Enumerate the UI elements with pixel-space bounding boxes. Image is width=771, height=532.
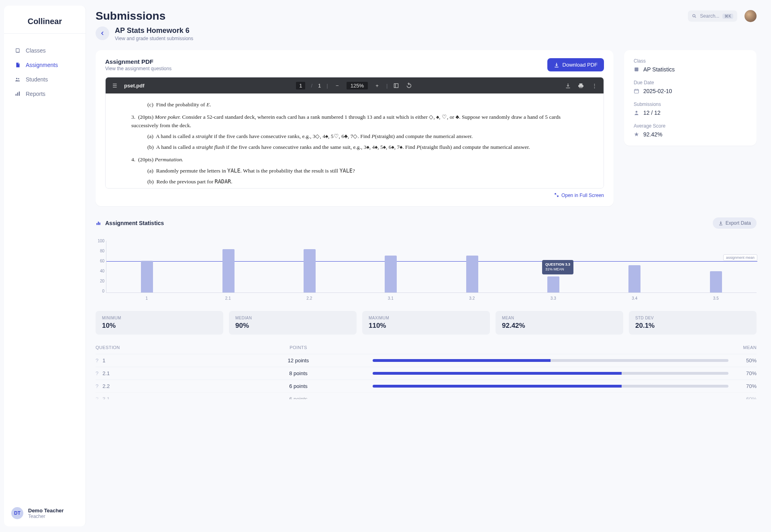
table-row[interactable]: ?3.16 points60%: [96, 392, 757, 399]
q-number: 2.1: [102, 370, 110, 376]
kpi-card: STD DEV20.1%: [629, 311, 757, 335]
download-icon: [718, 221, 723, 225]
search-icon: [692, 14, 697, 18]
stats-title: Assignment Statistics: [105, 220, 164, 226]
more-icon[interactable]: ⋮: [591, 83, 598, 89]
q-mean: 70%: [732, 370, 757, 376]
sidebar-item-reports[interactable]: Reports: [11, 87, 78, 101]
download-pdf-button[interactable]: Download PDF: [547, 58, 604, 71]
bar: [385, 256, 397, 292]
x-label: 1: [106, 296, 188, 301]
meta-class-value: AP Statistics: [643, 66, 675, 73]
svg-rect-9: [634, 89, 639, 93]
x-label: 2.1: [188, 296, 269, 301]
sidebar-nav: Classes Assignments Students Reports: [4, 39, 86, 105]
zoom-in-button[interactable]: +: [373, 83, 381, 89]
pdf-card-title: Assignment PDF: [105, 58, 171, 65]
bar-col[interactable]: [269, 241, 350, 292]
table-row[interactable]: ?2.18 points70%: [96, 367, 757, 380]
pdf-page-content[interactable]: (c) Find the probability of E. 3. (20pts…: [106, 93, 604, 188]
x-label: 3.3: [513, 296, 594, 301]
bar: [222, 249, 235, 292]
svg-rect-11: [96, 223, 97, 225]
main-content: Submissions Search... ⌘K AP Stats Homewo…: [92, 0, 771, 532]
y-tick: 20: [100, 279, 104, 283]
open-fullscreen-label: Open in Full Screen: [561, 193, 604, 198]
chart-tooltip: QUESTION 3.3 31% MEAN: [542, 260, 573, 274]
pdf-filename: pset.pdf: [124, 83, 145, 89]
bar: [304, 249, 316, 292]
hamburger-icon[interactable]: ☰: [111, 83, 118, 89]
svg-point-0: [16, 78, 18, 79]
kpi-label: MAXIMUM: [369, 316, 483, 320]
table-row[interactable]: ?112 points50%: [96, 354, 757, 367]
open-fullscreen-link[interactable]: Open in Full Screen: [105, 193, 604, 198]
bar-col[interactable]: [106, 241, 188, 292]
svg-rect-2: [16, 94, 16, 96]
svg-point-1: [18, 78, 19, 79]
assignment-title: AP Stats Homework 6: [115, 26, 193, 35]
y-tick: 60: [100, 259, 104, 263]
kpi-value: 92.42%: [502, 322, 617, 330]
search-input[interactable]: Search... ⌘K: [688, 10, 737, 22]
th-question: QUESTION: [96, 345, 224, 350]
q-points: 8 points: [228, 370, 369, 376]
y-tick: 100: [98, 239, 104, 243]
pdf-page-sep: /: [311, 83, 312, 89]
bar-col[interactable]: [675, 241, 757, 292]
q-mean: 50%: [732, 357, 757, 363]
sidebar-item-label: Reports: [26, 91, 45, 97]
sidebar-item-students[interactable]: Students: [11, 72, 78, 87]
pdf-zoom[interactable]: 125%: [347, 82, 368, 89]
pdf-page-total: 1: [318, 83, 321, 89]
profile-avatar[interactable]: [744, 10, 757, 22]
rotate-icon[interactable]: [406, 83, 413, 89]
bar: [710, 271, 722, 292]
svg-rect-8: [634, 67, 638, 71]
svg-line-6: [695, 17, 696, 18]
pdf-page-current[interactable]: 1: [296, 82, 305, 89]
chart-icon: [14, 91, 21, 97]
export-data-button[interactable]: Export Data: [713, 217, 757, 229]
zoom-out-button[interactable]: −: [334, 83, 341, 89]
x-label: 3.1: [350, 296, 432, 301]
sidebar-user[interactable]: DT Demo Teacher Teacher: [4, 500, 86, 526]
book-icon: [14, 47, 21, 54]
bar-col[interactable]: [188, 241, 269, 292]
sidebar-item-label: Students: [26, 76, 48, 83]
kpi-label: STD DEV: [635, 316, 750, 320]
sidebar-item-assignments[interactable]: Assignments: [11, 58, 78, 72]
svg-point-5: [693, 14, 695, 17]
separator: |: [326, 83, 328, 89]
print-icon[interactable]: [578, 83, 585, 89]
bar-col[interactable]: [432, 241, 513, 292]
kpi-label: MEAN: [502, 316, 617, 320]
bar-col[interactable]: [350, 241, 431, 292]
kpi-label: MINIMUM: [102, 316, 217, 320]
x-label: 3.2: [431, 296, 513, 301]
table-row[interactable]: ?2.26 points70%: [96, 380, 757, 392]
search-placeholder: Search...: [700, 13, 719, 19]
kpi-value: 10%: [102, 322, 217, 330]
search-kbd: ⌘K: [722, 14, 733, 19]
back-button[interactable]: [96, 26, 109, 40]
kpi-card: MEAN92.42%: [496, 311, 623, 335]
sidebar-item-label: Classes: [26, 47, 46, 54]
pdf-card: Assignment PDF View the assignment quest…: [96, 50, 614, 206]
meta-avg-label: Average Score: [634, 123, 747, 129]
star-icon: [634, 132, 639, 137]
fit-page-icon[interactable]: [393, 83, 400, 89]
svg-point-10: [636, 111, 638, 113]
user-name: Demo Teacher: [28, 508, 64, 514]
bar-col[interactable]: [594, 241, 675, 292]
export-label: Export Data: [726, 220, 751, 226]
expand-icon: [554, 193, 559, 197]
kpi-value: 90%: [235, 322, 350, 330]
sidebar: Collinear Classes Assignments Students R…: [4, 6, 86, 526]
q-points: 12 points: [228, 357, 369, 363]
sidebar-item-classes[interactable]: Classes: [11, 43, 78, 58]
bar: [141, 261, 153, 292]
kpi-card: MINIMUM10%: [96, 311, 223, 335]
tooltip-question: QUESTION 3.3: [545, 262, 570, 267]
download-icon[interactable]: [565, 83, 572, 89]
